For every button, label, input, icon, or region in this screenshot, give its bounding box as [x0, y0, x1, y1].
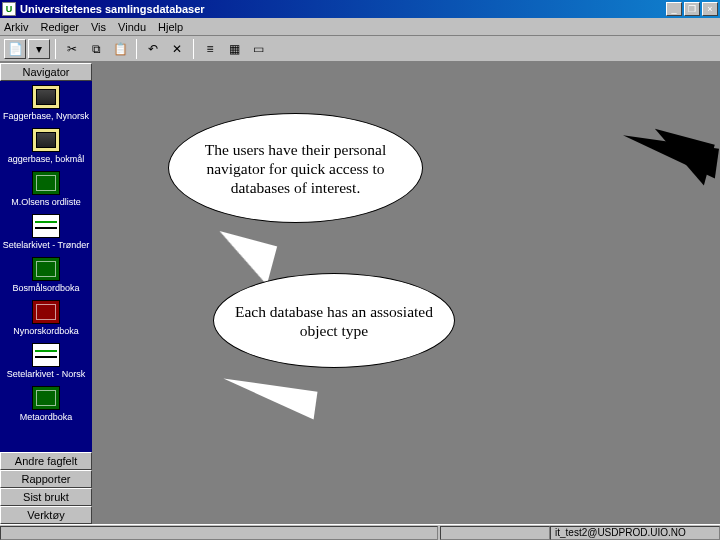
menu-arkiv[interactable]: Arkiv [4, 21, 28, 33]
book-icon [32, 171, 60, 195]
app-icon: U [2, 2, 16, 16]
tool-undo[interactable]: ↶ [142, 39, 164, 59]
db-item-5[interactable]: Nynorskordboka [0, 296, 92, 339]
status-cell [440, 526, 550, 540]
callout-tail [220, 379, 318, 420]
card-icon [32, 214, 60, 238]
db-label: M.Olsens ordliste [2, 197, 90, 207]
db-item-0[interactable]: Faggerbase, Nynorsk [0, 81, 92, 124]
menu-rediger[interactable]: Rediger [40, 21, 79, 33]
database-icon [32, 85, 60, 109]
tool-dropdown[interactable]: ▾ [28, 39, 50, 59]
minimize-button[interactable]: _ [666, 2, 682, 16]
workspace: The users have their personal navigator … [93, 63, 720, 524]
database-icon [32, 128, 60, 152]
footer-sist[interactable]: Sist brukt [0, 488, 92, 506]
card-icon [32, 343, 60, 367]
db-item-3[interactable]: Setelarkivet - Trønder [0, 210, 92, 253]
db-label: aggerbase, bokmål [2, 154, 90, 164]
navigator-footer: Andre fagfelt Rapporter Sist brukt Verkt… [0, 452, 92, 524]
callout-text: Each database has an assosiated object t… [232, 302, 436, 340]
navigator-sidebar: Navigator Faggerbase, Nynorsk aggerbase,… [0, 63, 93, 524]
db-label: Nynorskordboka [2, 326, 90, 336]
main-area: Navigator Faggerbase, Nynorsk aggerbase,… [0, 62, 720, 524]
navigator-header[interactable]: Navigator [0, 63, 92, 81]
toolbar-separator [55, 39, 56, 59]
db-item-6[interactable]: Setelarkivet - Norsk [0, 339, 92, 382]
callout-text: The users have their personal navigator … [187, 140, 404, 197]
db-label: Faggerbase, Nynorsk [2, 111, 90, 121]
callout-objecttype: Each database has an assosiated object t… [213, 273, 455, 368]
db-item-7[interactable]: Metaordboka [0, 382, 92, 425]
footer-rapporter[interactable]: Rapporter [0, 470, 92, 488]
navigator-items: Faggerbase, Nynorsk aggerbase, bokmål M.… [0, 81, 92, 452]
footer-andre[interactable]: Andre fagfelt [0, 452, 92, 470]
db-label: Metaordboka [2, 412, 90, 422]
tool-cut[interactable]: ✂ [61, 39, 83, 59]
status-bar: it_test2@USDPROD.UIO.NO [0, 524, 720, 540]
footer-verktoy[interactable]: Verktøy [0, 506, 92, 524]
restore-button[interactable]: ❐ [684, 2, 700, 16]
tool-paste[interactable]: 📋 [109, 39, 131, 59]
status-cell [0, 526, 438, 540]
tool-copy[interactable]: ⧉ [85, 39, 107, 59]
db-item-2[interactable]: M.Olsens ordliste [0, 167, 92, 210]
book-icon [32, 257, 60, 281]
toolbar-separator [136, 39, 137, 59]
close-button[interactable]: × [702, 2, 718, 16]
book-icon [32, 300, 60, 324]
db-item-4[interactable]: Bosmålsordboka [0, 253, 92, 296]
db-item-1[interactable]: aggerbase, bokmål [0, 124, 92, 167]
window-controls: _ ❐ × [666, 2, 718, 16]
callout-tail [209, 231, 277, 285]
db-label: Setelarkivet - Trønder [2, 240, 90, 250]
db-label: Bosmålsordboka [2, 283, 90, 293]
book-icon [32, 386, 60, 410]
db-label: Setelarkivet - Norsk [2, 369, 90, 379]
status-connection: it_test2@USDPROD.UIO.NO [550, 526, 720, 540]
tool-new[interactable]: 📄 [4, 39, 26, 59]
